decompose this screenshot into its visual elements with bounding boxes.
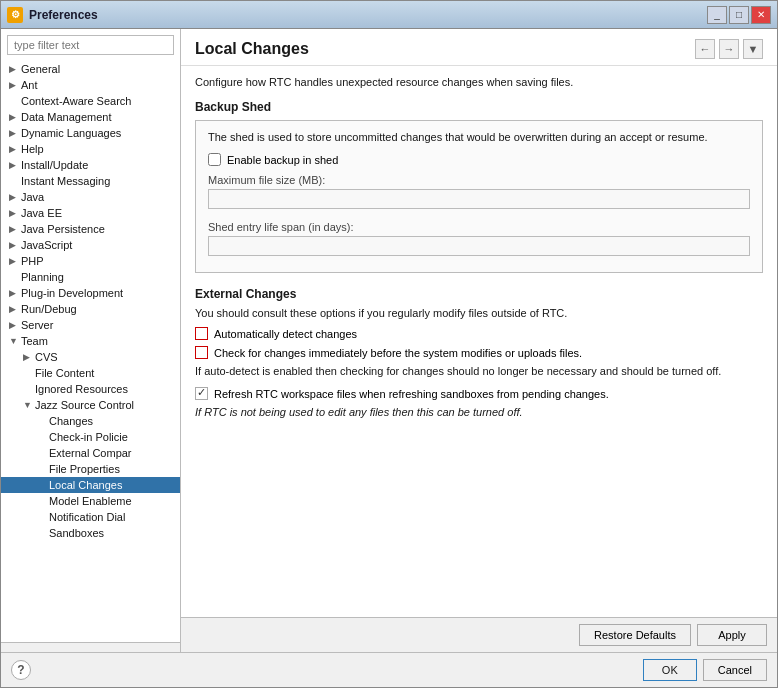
auto-detect-checkbox-box[interactable] xyxy=(195,327,208,340)
sidebar-item-cvs[interactable]: ▶CVS xyxy=(1,349,180,365)
sidebar-item-label: Local Changes xyxy=(49,479,122,491)
main-content: Configure how RTC handles unexpected res… xyxy=(181,66,777,617)
sidebar-item-jazz-source-control[interactable]: ▼Jazz Source Control xyxy=(1,397,180,413)
sidebar-item-run/debug[interactable]: ▶Run/Debug xyxy=(1,301,180,317)
rtc-note: If RTC is not being used to edit any fil… xyxy=(195,406,763,418)
sidebar-item-label: Model Enableme xyxy=(49,495,132,507)
tree-arrow: ▶ xyxy=(9,144,19,154)
maximize-button[interactable]: □ xyxy=(729,6,749,24)
cancel-button[interactable]: Cancel xyxy=(703,659,767,681)
sidebar-item-local-changes[interactable]: Local Changes xyxy=(1,477,180,493)
back-button[interactable]: ← xyxy=(695,39,715,59)
tree-arrow: ▼ xyxy=(23,400,33,410)
max-file-size-label: Maximum file size (MB): xyxy=(208,174,750,186)
sidebar-item-model-enableme[interactable]: Model Enableme xyxy=(1,493,180,509)
sidebar-item-sandboxes[interactable]: Sandboxes xyxy=(1,525,180,541)
forward-button[interactable]: → xyxy=(719,39,739,59)
auto-detect-row: Automatically detect changes xyxy=(195,327,763,340)
window-title: Preferences xyxy=(29,8,98,22)
enable-backup-label: Enable backup in shed xyxy=(227,154,338,166)
sidebar-item-file-content[interactable]: File Content xyxy=(1,365,180,381)
sidebar-item-label: PHP xyxy=(21,255,44,267)
bottom-bar: ? OK Cancel xyxy=(1,652,777,687)
sidebar-item-external-compar[interactable]: External Compar xyxy=(1,445,180,461)
help-button[interactable]: ? xyxy=(11,660,31,680)
sidebar-item-java-ee[interactable]: ▶Java EE xyxy=(1,205,180,221)
sidebar-item-label: Ignored Resources xyxy=(35,383,128,395)
sidebar-item-file-properties[interactable]: File Properties xyxy=(1,461,180,477)
refresh-row: Refresh RTC workspace files when refresh… xyxy=(195,387,763,400)
enable-backup-checkbox[interactable] xyxy=(208,153,221,166)
sidebar-item-label: Data Management xyxy=(21,111,112,123)
horizontal-scrollbar[interactable] xyxy=(1,642,180,652)
auto-detect-note: If auto-detect is enabled then checking … xyxy=(195,365,763,377)
sidebar-item-instant-messaging[interactable]: Instant Messaging xyxy=(1,173,180,189)
sidebar-item-data-management[interactable]: ▶Data Management xyxy=(1,109,180,125)
external-changes-section: You should consult these options if you … xyxy=(195,307,763,418)
sidebar-item-label: Java xyxy=(21,191,44,203)
backup-shed-desc: The shed is used to store uncommitted ch… xyxy=(208,131,750,143)
tree-arrow: ▶ xyxy=(9,256,19,266)
sidebar-item-label: Sandboxes xyxy=(49,527,104,539)
preferences-window: ⚙ Preferences _ □ ✕ ▶General▶AntContext-… xyxy=(0,0,778,688)
sidebar-item-dynamic-languages[interactable]: ▶Dynamic Languages xyxy=(1,125,180,141)
backup-shed-header: Backup Shed xyxy=(195,100,763,114)
dropdown-button[interactable]: ▼ xyxy=(743,39,763,59)
main-description: Configure how RTC handles unexpected res… xyxy=(195,76,763,88)
external-changes-header: External Changes xyxy=(195,287,763,301)
sidebar-item-general[interactable]: ▶General xyxy=(1,61,180,77)
sidebar-item-help[interactable]: ▶Help xyxy=(1,141,180,157)
footer-bar: Restore Defaults Apply xyxy=(181,617,777,652)
sidebar-item-label: Context-Aware Search xyxy=(21,95,131,107)
sidebar-item-label: Dynamic Languages xyxy=(21,127,121,139)
sidebar: ▶General▶AntContext-Aware Search▶Data Ma… xyxy=(1,29,181,652)
sidebar-item-php[interactable]: ▶PHP xyxy=(1,253,180,269)
sidebar-item-label: CVS xyxy=(35,351,58,363)
minimize-button[interactable]: _ xyxy=(707,6,727,24)
sidebar-item-install/update[interactable]: ▶Install/Update xyxy=(1,157,180,173)
enable-backup-row: Enable backup in shed xyxy=(208,153,750,166)
sidebar-item-java-persistence[interactable]: ▶Java Persistence xyxy=(1,221,180,237)
refresh-label: Refresh RTC workspace files when refresh… xyxy=(214,388,609,400)
main-header: Local Changes ← → ▼ xyxy=(181,29,777,66)
ok-cancel-buttons: OK Cancel xyxy=(643,659,767,681)
sidebar-item-check-in-policie[interactable]: Check-in Policie xyxy=(1,429,180,445)
ok-button[interactable]: OK xyxy=(643,659,697,681)
sidebar-item-label: Check-in Policie xyxy=(49,431,128,443)
sidebar-item-label: Changes xyxy=(49,415,93,427)
sidebar-item-label: Team xyxy=(21,335,48,347)
tree-arrow: ▶ xyxy=(9,112,19,122)
sidebar-item-planning[interactable]: Planning xyxy=(1,269,180,285)
restore-defaults-button[interactable]: Restore Defaults xyxy=(579,624,691,646)
tree-arrow: ▶ xyxy=(9,128,19,138)
sidebar-item-java[interactable]: ▶Java xyxy=(1,189,180,205)
tree-arrow: ▶ xyxy=(9,64,19,74)
sidebar-item-server[interactable]: ▶Server xyxy=(1,317,180,333)
max-file-size-input[interactable]: 1 xyxy=(208,189,750,209)
check-changes-checkbox-box[interactable] xyxy=(195,346,208,359)
tree-arrow: ▶ xyxy=(23,352,33,362)
external-changes-desc: You should consult these options if you … xyxy=(195,307,763,319)
refresh-checkbox-box[interactable] xyxy=(195,387,208,400)
sidebar-item-plug-in-development[interactable]: ▶Plug-in Development xyxy=(1,285,180,301)
sidebar-item-changes[interactable]: Changes xyxy=(1,413,180,429)
sidebar-item-ant[interactable]: ▶Ant xyxy=(1,77,180,93)
sidebar-item-label: Jazz Source Control xyxy=(35,399,134,411)
apply-button[interactable]: Apply xyxy=(697,624,767,646)
tree-arrow: ▶ xyxy=(9,192,19,202)
header-actions: ← → ▼ xyxy=(695,39,763,59)
sidebar-item-label: File Properties xyxy=(49,463,120,475)
close-button[interactable]: ✕ xyxy=(751,6,771,24)
sidebar-item-context-aware-search[interactable]: Context-Aware Search xyxy=(1,93,180,109)
sidebar-item-label: Install/Update xyxy=(21,159,88,171)
sidebar-item-notification-dial[interactable]: Notification Dial xyxy=(1,509,180,525)
sidebar-item-ignored-resources[interactable]: Ignored Resources xyxy=(1,381,180,397)
sidebar-item-label: Instant Messaging xyxy=(21,175,110,187)
sidebar-item-javascript[interactable]: ▶JavaScript xyxy=(1,237,180,253)
filter-input[interactable] xyxy=(7,35,174,55)
sidebar-item-team[interactable]: ▼Team xyxy=(1,333,180,349)
shed-life-span-input[interactable]: 7 xyxy=(208,236,750,256)
tree-arrow: ▶ xyxy=(9,224,19,234)
sidebar-item-label: Java Persistence xyxy=(21,223,105,235)
tree-arrow: ▶ xyxy=(9,160,19,170)
